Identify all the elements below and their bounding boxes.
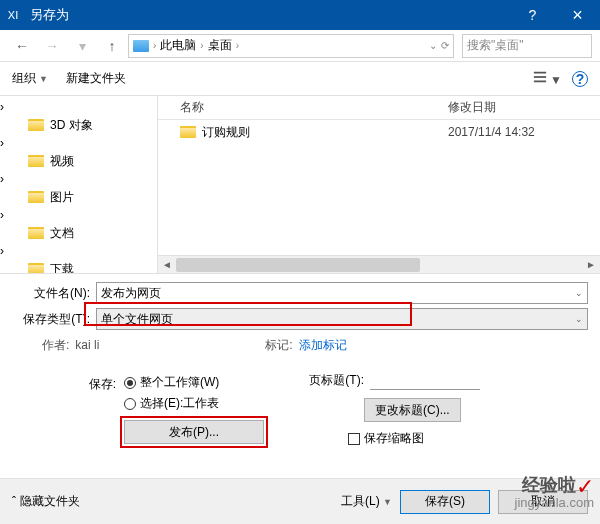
page-title-label: 页标题(T): xyxy=(304,372,364,389)
svg-rect-1 xyxy=(534,76,546,78)
organize-menu[interactable]: 组织▼ xyxy=(12,70,48,87)
author-value[interactable]: kai li xyxy=(75,338,99,352)
close-button[interactable]: × xyxy=(555,0,600,30)
horizontal-scrollbar[interactable]: ◄ ► xyxy=(158,255,600,273)
scrollbar-track[interactable] xyxy=(176,257,582,273)
address-bar[interactable]: › 此电脑 › 桌面 › ⌄ ⟳ xyxy=(128,34,454,58)
filetype-label: 保存类型(T): xyxy=(12,311,90,328)
folder-icon xyxy=(28,119,44,131)
recent-dropdown[interactable]: ▾ xyxy=(68,34,96,58)
history-dropdown[interactable]: ⌄ xyxy=(429,40,437,51)
filename-label: 文件名(N): xyxy=(12,285,90,302)
view-options-button[interactable]: ▼ xyxy=(533,70,562,87)
radio-on-icon xyxy=(124,377,136,389)
dialog-footer: ˆ 隐藏文件夹 工具(L) ▼ 保存(S) 取消 xyxy=(0,478,600,524)
chevron-up-icon: ˆ xyxy=(12,495,16,509)
folder-icon xyxy=(28,227,44,239)
tools-menu[interactable]: 工具(L) ▼ xyxy=(341,493,392,510)
save-thumbnail-checkbox[interactable] xyxy=(348,433,360,445)
folder-icon xyxy=(28,191,44,203)
save-thumbnail-label: 保存缩略图 xyxy=(364,430,424,447)
chevron-right-icon[interactable]: › xyxy=(0,136,4,150)
titlebar: XI 另存为 ? × xyxy=(0,0,600,30)
tree-item-downloads[interactable]: 下载 xyxy=(0,258,157,273)
save-button[interactable]: 保存(S) xyxy=(400,490,490,514)
back-button[interactable]: ← xyxy=(8,34,36,58)
chevron-right-icon: › xyxy=(236,40,239,51)
save-options-panel: 文件名(N): 发布为网页⌄ 保存类型(T): 单个文件网页⌄ 作者: kai … xyxy=(0,274,600,451)
radio-off-icon xyxy=(124,398,136,410)
change-title-button[interactable]: 更改标题(C)... xyxy=(364,398,461,422)
scroll-left-button[interactable]: ◄ xyxy=(158,259,176,270)
pc-icon xyxy=(133,40,149,52)
chevron-right-icon[interactable]: › xyxy=(0,172,4,186)
publish-button[interactable]: 发布(P)... xyxy=(124,420,264,444)
tree-item-video[interactable]: 视频 xyxy=(0,150,157,172)
help-icon[interactable]: ? xyxy=(572,71,588,87)
scrollbar-thumb[interactable] xyxy=(176,258,420,272)
hide-folders-toggle[interactable]: ˆ 隐藏文件夹 xyxy=(12,493,80,510)
column-name[interactable]: 名称 xyxy=(158,99,448,116)
file-list-pane: 名称 修改日期 订购规则 2017/11/4 14:32 ◄ ► xyxy=(158,96,600,273)
filetype-select[interactable]: 单个文件网页⌄ xyxy=(96,308,588,330)
add-tags-link[interactable]: 添加标记 xyxy=(299,337,347,354)
search-input[interactable]: 搜索"桌面" xyxy=(462,34,592,58)
chevron-right-icon[interactable]: › xyxy=(0,100,4,114)
new-folder-button[interactable]: 新建文件夹 xyxy=(66,70,126,87)
filename-input[interactable]: 发布为网页⌄ xyxy=(96,282,588,304)
explorer-pane: ›3D 对象 ›视频 ›图片 ›文档 ›下载 ›音乐 桌面 ›Local Dis… xyxy=(0,96,600,274)
folder-icon xyxy=(28,263,44,273)
tree-item-documents[interactable]: 文档 xyxy=(0,222,157,244)
chevron-right-icon: › xyxy=(200,40,203,51)
chevron-right-icon: › xyxy=(153,40,156,51)
tree-item-pictures[interactable]: 图片 xyxy=(0,186,157,208)
save-scope-label: 保存: xyxy=(72,374,116,412)
breadcrumb-leaf[interactable]: 桌面 xyxy=(208,37,232,54)
app-icon: XI xyxy=(0,0,26,30)
folder-tree[interactable]: ›3D 对象 ›视频 ›图片 ›文档 ›下载 ›音乐 桌面 ›Local Dis… xyxy=(0,96,158,273)
search-placeholder: 搜索"桌面" xyxy=(467,37,524,54)
column-headers[interactable]: 名称 修改日期 xyxy=(158,96,600,120)
help-button[interactable]: ? xyxy=(510,0,555,30)
nav-row: ← → ▾ ↑ › 此电脑 › 桌面 › ⌄ ⟳ 搜索"桌面" xyxy=(0,30,600,62)
toolbar: 组织▼ 新建文件夹 ▼ ? xyxy=(0,62,600,96)
refresh-button[interactable]: ⟳ xyxy=(441,40,449,51)
list-item[interactable]: 订购规则 2017/11/4 14:32 xyxy=(158,120,600,144)
svg-rect-2 xyxy=(534,81,546,83)
author-label: 作者: xyxy=(42,337,69,354)
page-title-field[interactable] xyxy=(370,370,480,390)
scroll-right-button[interactable]: ► xyxy=(582,259,600,270)
tree-item-3d[interactable]: 3D 对象 xyxy=(0,114,157,136)
forward-button[interactable]: → xyxy=(38,34,66,58)
radio-whole-workbook[interactable]: 整个工作簿(W) xyxy=(124,374,219,391)
breadcrumb-root[interactable]: 此电脑 xyxy=(160,37,196,54)
folder-icon xyxy=(180,126,196,138)
up-button[interactable]: ↑ xyxy=(98,34,126,58)
file-rows: 订购规则 2017/11/4 14:32 xyxy=(158,120,600,255)
watermark: 经验啦✓ jingyanla.com xyxy=(515,472,595,510)
folder-icon xyxy=(28,155,44,167)
tags-label: 标记: xyxy=(265,337,292,354)
chevron-right-icon[interactable]: › xyxy=(0,208,4,222)
radio-selection[interactable]: 选择(E):工作表 xyxy=(124,395,219,412)
window-title: 另存为 xyxy=(26,6,510,24)
chevron-right-icon[interactable]: › xyxy=(0,244,4,258)
svg-rect-0 xyxy=(534,72,546,74)
column-modified[interactable]: 修改日期 xyxy=(448,99,578,116)
